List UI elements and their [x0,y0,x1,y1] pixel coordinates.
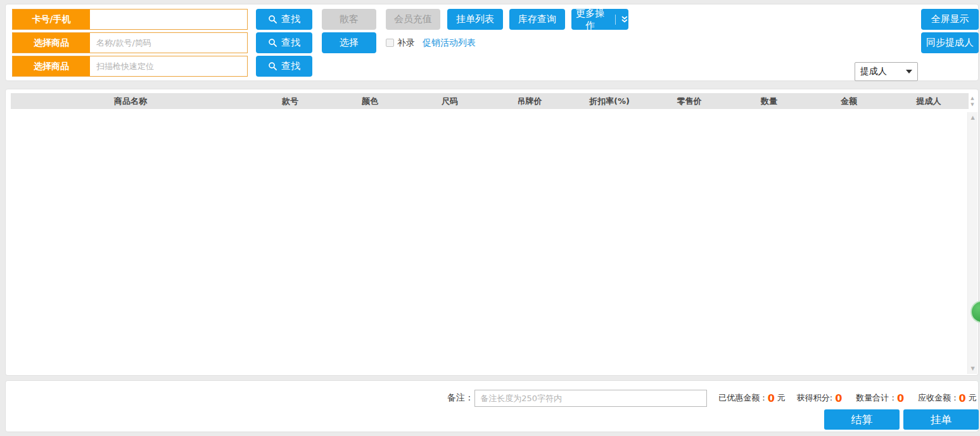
find-product-button[interactable]: 查找 [256,32,312,53]
checkout-footer-panel: 备注 : 已优惠金额 : 0 元 获得积分: 0 数量合计 : 0 应收金额 :… [5,380,979,432]
button-divider [615,15,616,25]
amount-due-unit: 元 [969,392,977,404]
double-chevron-down-icon [621,15,628,23]
supplementary-entry-checkbox[interactable] [386,39,394,47]
col-retail-price: 零售价 [649,96,729,107]
col-size: 尺码 [410,96,490,107]
product-search-field: 选择商品 [12,32,248,53]
amount-due-label: 应收金额 : [918,392,957,404]
supplementary-entry-label: 补录 [397,37,415,49]
col-quantity: 数量 [729,96,809,107]
card-phone-field: 卡号/手机 [12,9,248,30]
search-icon [268,61,277,71]
settle-button[interactable]: 结算 [824,409,900,430]
table-body-empty [11,109,969,373]
member-recharge-button[interactable]: 会员充值 [386,9,440,30]
supplementary-entry-group: 补录 促销活动列表 [386,32,476,53]
quantity-total-summary: 数量合计 : 0 [856,392,907,404]
points-earned-label: 获得积分: [797,392,832,404]
product-search-input[interactable] [90,33,247,53]
find-scan-button[interactable]: 查找 [256,56,312,77]
toolbar-row-scanner: 选择商品 查找 [6,56,978,77]
select-product-button[interactable]: 选择 [322,32,376,53]
product-search-label: 选择商品 [13,33,90,53]
discount-amount-summary: 已优惠金额 : 0 元 [718,392,786,404]
col-product-name: 商品名称 [11,96,250,107]
fullscreen-button[interactable]: 全屏显示 [921,9,979,30]
spinner-down-icon[interactable]: ▼ [970,102,974,107]
discount-amount-label: 已优惠金额 : [718,392,765,404]
remark-input[interactable] [474,390,707,407]
quantity-total-value: 0 [897,392,904,404]
sync-commission-button[interactable]: 同步提成人 [921,32,979,53]
col-discount-rate: 折扣率(%) [570,96,649,107]
scroll-up-icon[interactable]: ▲ [970,115,974,120]
discount-amount-value: 0 [768,392,775,404]
pending-orders-button[interactable]: 挂单列表 [447,9,503,30]
top-toolbar-panel: 卡号/手机 查找 散客 会员充值 挂单列表 库存查询 更多操作 全屏显示 选择商… [5,4,979,81]
scanner-input[interactable] [90,56,247,76]
toolbar-row-member: 卡号/手机 查找 散客 会员充值 挂单列表 库存查询 更多操作 全屏显示 [6,9,978,30]
find-product-label: 查找 [281,37,300,49]
amount-due-summary: 应收金额 : 0 元 [918,392,977,404]
more-actions-label: 更多操作 [571,8,609,32]
table-header-row: 商品名称 款号 颜色 尺码 吊牌价 折扣率(%) 零售价 数量 金额 提成人 [11,93,969,109]
remark-label: 备注 : [447,392,471,404]
vertical-scrollbar[interactable]: ▲ ▼ [967,112,977,374]
footer-summary-row: 备注 : 已优惠金额 : 0 元 获得积分: 0 数量合计 : 0 应收金额 :… [447,389,977,407]
spinner-up-icon[interactable]: ▲ [970,96,974,101]
quantity-total-label: 数量合计 : [856,392,894,404]
col-style-number: 款号 [250,96,330,107]
find-member-button[interactable]: 查找 [256,9,312,30]
stock-query-button[interactable]: 库存查询 [509,9,565,30]
search-icon [268,15,277,24]
amount-due-value: 0 [959,392,966,404]
more-actions-button[interactable]: 更多操作 [571,9,628,30]
search-icon [268,38,277,48]
card-phone-label: 卡号/手机 [13,10,90,29]
promotion-list-link[interactable]: 促销活动列表 [423,37,476,49]
discount-amount-unit: 元 [777,392,786,404]
table-scroll-column: ▲ ▼ ▲ ▼ [967,92,977,374]
scanner-field: 选择商品 [12,56,248,77]
toolbar-row-product-search: 选择商品 查找 选择 补录 促销活动列表 提成人 同步提成人 [6,32,978,53]
points-earned-summary: 获得积分: 0 [797,392,845,404]
cart-table-panel: 商品名称 款号 颜色 尺码 吊牌价 折扣率(%) 零售价 数量 金额 提成人 ▲… [5,89,979,376]
header-scroll-spinner[interactable]: ▲ ▼ [967,93,977,110]
col-tag-price: 吊牌价 [490,96,570,107]
scroll-down-icon[interactable]: ▼ [970,366,974,371]
walk-in-customer-button[interactable]: 散客 [322,9,376,30]
card-phone-input[interactable] [90,10,247,29]
points-earned-value: 0 [835,392,842,404]
pos-sale-screen: 卡号/手机 查找 散客 会员充值 挂单列表 库存查询 更多操作 全屏显示 选择商… [0,0,980,436]
find-member-label: 查找 [281,13,300,25]
col-color: 颜色 [330,96,410,107]
hold-order-button[interactable]: 挂单 [903,409,979,430]
col-amount: 金额 [809,96,889,107]
col-commission: 提成人 [889,96,969,107]
scanner-label: 选择商品 [13,56,90,76]
find-scan-label: 查找 [281,60,300,72]
